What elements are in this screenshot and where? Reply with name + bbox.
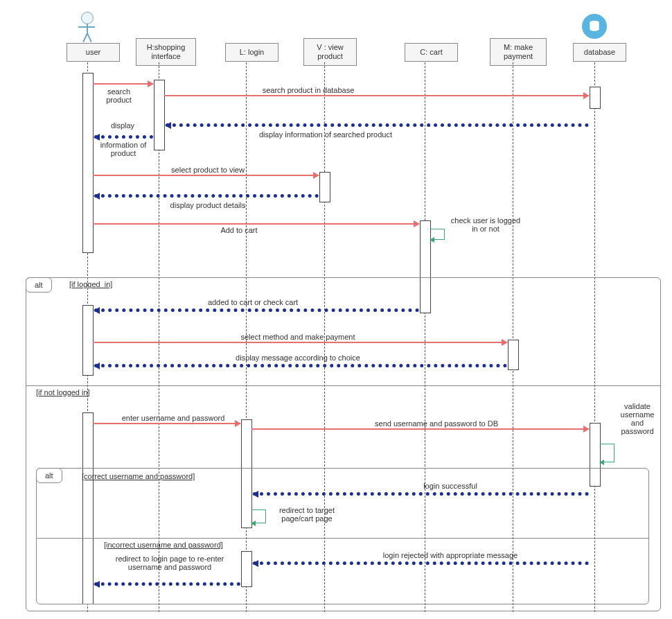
message-label: check user is logged in or not <box>448 216 524 233</box>
label: M: make payment <box>504 43 533 60</box>
message-label: display <box>91 121 154 130</box>
actor-icon <box>78 26 95 28</box>
fragment-divider <box>26 385 660 386</box>
activation <box>154 80 165 150</box>
self-message <box>251 509 266 523</box>
message-label: validate username and password <box>617 402 658 435</box>
database-icon <box>582 14 607 39</box>
message-label: redirect to target page/cart page <box>269 506 345 523</box>
message-arrow <box>93 83 153 85</box>
message-label: send username and password to DB <box>333 419 540 428</box>
participant-cart: C: cart <box>405 43 458 62</box>
participant-shopping: H:shopping interface <box>136 38 196 66</box>
label: C: cart <box>420 48 442 56</box>
message-label: select method and make payment <box>194 333 402 341</box>
message-label: search product in database <box>222 86 395 94</box>
message-label: Add to cart <box>187 226 291 234</box>
actor-icon <box>87 24 88 33</box>
message-label: display message according to choice <box>194 354 402 362</box>
participant-login: L: login <box>225 43 278 62</box>
message-label: information of product <box>89 141 158 157</box>
label: user <box>86 48 100 56</box>
sequence-diagram: user H:shopping interface L: login V : v… <box>0 0 672 619</box>
message-arrow <box>94 194 319 198</box>
activation <box>82 73 94 253</box>
label: L: login <box>240 48 264 56</box>
message-label: login successful <box>381 482 520 490</box>
message-arrow <box>164 95 589 96</box>
message-label: display information of searched product <box>222 130 430 139</box>
self-message <box>600 444 614 462</box>
message-label: added to cart or check cart <box>166 298 339 306</box>
self-message <box>430 229 445 240</box>
fragment-divider <box>37 538 648 539</box>
message-arrow <box>93 223 419 225</box>
participant-db: database <box>573 43 626 62</box>
message-arrow <box>94 364 507 367</box>
message-arrow <box>93 423 240 424</box>
guard: [correct username and password] <box>82 472 195 480</box>
message-arrow <box>251 428 589 430</box>
label: database <box>584 48 615 56</box>
message-arrow <box>94 582 240 586</box>
participant-payment: M: make payment <box>490 38 547 66</box>
guard: [if logged_in] <box>69 280 112 288</box>
message-arrow <box>166 123 589 127</box>
label: V : view product <box>317 43 344 60</box>
message-label: select product to view <box>139 166 277 174</box>
fragment-label: alt <box>26 277 52 293</box>
guard: [if not logged in] <box>36 388 90 396</box>
participant-user: user <box>67 43 120 62</box>
message-arrow <box>253 492 589 496</box>
message-label: enter username and password <box>104 414 242 422</box>
fragment-label: alt <box>36 468 62 483</box>
guard: [incorrect username and password] <box>104 541 223 549</box>
activation <box>319 172 330 202</box>
participant-view: V : view product <box>303 38 357 66</box>
message-arrow <box>93 342 507 343</box>
message-arrow <box>94 135 153 139</box>
message-label: search product <box>100 87 138 104</box>
activation <box>590 87 601 109</box>
message-label: display product details <box>139 201 277 209</box>
message-arrow <box>94 308 419 312</box>
message-label: login rejected with appropriate message <box>346 551 554 559</box>
label: H:shopping interface <box>147 43 186 60</box>
message-arrow <box>253 561 589 565</box>
message-arrow <box>93 175 319 176</box>
message-label: redirect to login page to re-enter usern… <box>100 555 239 571</box>
actor-icon <box>87 33 91 42</box>
actor-icon <box>81 12 94 24</box>
